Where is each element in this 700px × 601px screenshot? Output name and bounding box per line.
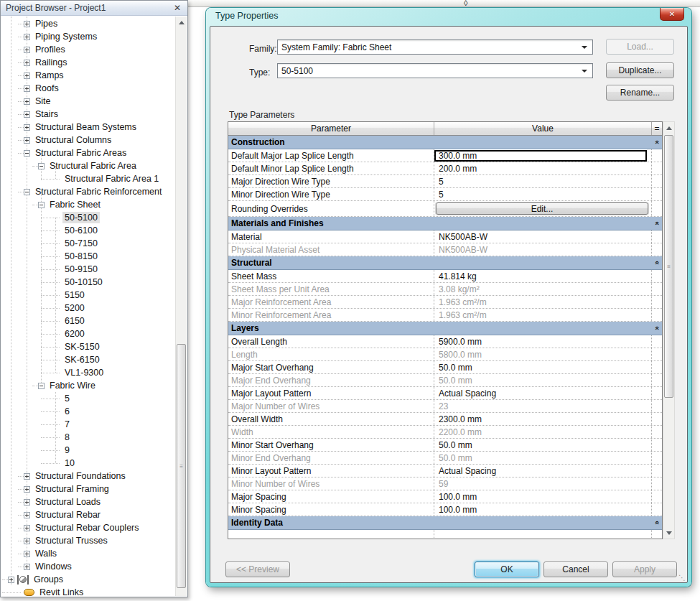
tree-item-structural-foundations[interactable]: Structural Foundations: [1, 470, 175, 483]
collapse-section-icon[interactable]: «: [653, 326, 661, 330]
scroll-up-icon[interactable]: [176, 17, 187, 28]
value-cell[interactable]: 50.0 mm: [434, 361, 652, 373]
parameter-column-header[interactable]: Parameter: [228, 122, 434, 135]
tree-scrollbar[interactable]: ≡: [175, 17, 187, 596]
section-header-layers[interactable]: Layers«: [228, 322, 662, 335]
tree-item-5150[interactable]: 5150: [1, 289, 175, 302]
duplicate-button[interactable]: Duplicate...: [606, 62, 674, 78]
value-cell[interactable]: 5900.0 mm: [434, 335, 652, 348]
tree-scrollbar-thumb[interactable]: ≡: [177, 344, 186, 588]
collapse-minus-icon[interactable]: [38, 202, 45, 208]
tree-item-groups[interactable]: Groups: [1, 573, 175, 586]
value-cell[interactable]: 41.814 kg: [434, 270, 652, 282]
tree-item-roofs[interactable]: Roofs: [1, 82, 175, 95]
tree-item-5200[interactable]: 5200: [1, 302, 175, 315]
tree-item-structural-loads[interactable]: Structural Loads: [1, 495, 175, 508]
type-select[interactable]: 50-5100: [277, 63, 593, 78]
collapse-section-icon[interactable]: «: [653, 521, 661, 525]
tree-item-9[interactable]: 9: [1, 444, 175, 457]
value-cell[interactable]: 100.0 mm: [434, 490, 652, 503]
value-cell[interactable]: Actual Spacing: [434, 387, 652, 399]
tree-item-fabric-wire[interactable]: Fabric Wire: [1, 379, 175, 392]
ok-button[interactable]: OK: [475, 562, 539, 577]
section-header-identity-data[interactable]: Identity Data«: [228, 516, 662, 530]
expand-plus-icon[interactable]: [24, 525, 30, 531]
tree-item-6150[interactable]: 6150: [1, 315, 175, 327]
expand-plus-icon[interactable]: [8, 577, 14, 583]
expand-plus-icon[interactable]: [24, 551, 30, 557]
tree-item-8[interactable]: 8: [1, 431, 175, 444]
tree-item-structural-columns[interactable]: Structural Columns: [1, 134, 175, 146]
expand-plus-icon[interactable]: [24, 564, 30, 570]
tree-item-profiles[interactable]: Profiles: [1, 43, 175, 56]
tree-item-50-5100[interactable]: 50-5100: [1, 211, 175, 224]
tree-item-ramps[interactable]: Ramps: [1, 69, 175, 82]
expand-plus-icon[interactable]: [24, 473, 30, 480]
tree-item-stairs[interactable]: Stairs: [1, 108, 175, 121]
project-browser-tree[interactable]: PipesPiping SystemsProfilesRailingsRamps…: [1, 17, 175, 597]
tree-item-walls[interactable]: Walls: [1, 547, 175, 560]
tree-item-50-7150[interactable]: 50-7150: [1, 237, 175, 250]
table-scrollbar[interactable]: ≡: [663, 121, 675, 539]
collapse-minus-icon[interactable]: [24, 150, 30, 157]
tree-item-structural-rebar[interactable]: Structural Rebar: [1, 508, 175, 521]
collapse-section-icon[interactable]: «: [653, 261, 661, 265]
tree-item-vl1-9300[interactable]: VL1-9300: [1, 366, 175, 379]
tree-item-structural-beam-systems[interactable]: Structural Beam Systems: [1, 121, 175, 134]
expand-plus-icon[interactable]: [24, 486, 30, 493]
tree-item-structural-fabric-area-1[interactable]: Structural Fabric Area 1: [1, 172, 175, 185]
tree-item-structural-framing[interactable]: Structural Framing: [1, 483, 175, 495]
tree-item-10[interactable]: 10: [1, 457, 175, 470]
value-cell[interactable]: Actual Spacing: [434, 465, 652, 477]
rename-button[interactable]: Rename...: [606, 85, 674, 101]
tree-item-structural-fabric-area[interactable]: Structural Fabric Area: [1, 159, 175, 172]
tree-item-50-10150[interactable]: 50-10150: [1, 276, 175, 289]
tree-item-5[interactable]: 5: [1, 392, 175, 405]
value-cell[interactable]: NK500AB-W: [434, 230, 652, 243]
expand-plus-icon[interactable]: [24, 98, 30, 105]
tree-item-revit-links[interactable]: Revit Links: [1, 586, 175, 597]
section-header-materials-and-finishes[interactable]: Materials and Finishes«: [228, 217, 662, 230]
formula-column-header[interactable]: =: [652, 122, 662, 135]
tree-item-50-9150[interactable]: 50-9150: [1, 263, 175, 276]
value-cell[interactable]: 100.0 mm: [434, 503, 652, 516]
expand-plus-icon[interactable]: [24, 34, 30, 40]
tree-item-sk-6150[interactable]: SK-6150: [1, 353, 175, 366]
family-select[interactable]: System Family: Fabric Sheet: [277, 39, 593, 55]
scroll-down-icon[interactable]: [663, 527, 674, 539]
tree-item-sk-5150[interactable]: SK-5150: [1, 340, 175, 353]
tree-item-structural-fabric-areas[interactable]: Structural Fabric Areas: [1, 146, 175, 159]
expand-plus-icon[interactable]: [24, 73, 30, 79]
collapse-section-icon[interactable]: «: [653, 221, 661, 225]
value-cell[interactable]: 5: [434, 188, 652, 200]
tree-item-structural-trusses[interactable]: Structural Trusses: [1, 534, 175, 547]
cancel-button[interactable]: Cancel: [543, 562, 608, 577]
tree-item-50-8150[interactable]: 50-8150: [1, 250, 175, 263]
tree-item-6[interactable]: 6: [1, 405, 175, 418]
expand-plus-icon[interactable]: [24, 137, 30, 144]
expand-plus-icon[interactable]: [24, 124, 30, 131]
dropdown-arrow-icon[interactable]: [582, 46, 587, 49]
expand-plus-icon[interactable]: [24, 21, 30, 27]
tree-item-pipes[interactable]: Pipes: [1, 17, 175, 30]
collapse-minus-icon[interactable]: [24, 189, 30, 195]
tree-item-50-6100[interactable]: 50-6100: [1, 224, 175, 237]
value-cell[interactable]: 200.0 mm: [434, 162, 652, 174]
load-button[interactable]: Load...: [606, 39, 674, 55]
collapse-section-icon[interactable]: «: [653, 140, 661, 144]
expand-plus-icon[interactable]: [24, 512, 30, 518]
expand-plus-icon[interactable]: [24, 60, 30, 66]
tree-item-piping-systems[interactable]: Piping Systems: [1, 30, 175, 43]
dropdown-arrow-icon[interactable]: [582, 70, 587, 73]
section-header-construction[interactable]: Construction«: [228, 136, 662, 149]
value-cell[interactable]: 2300.0 mm: [434, 413, 652, 425]
preview-button[interactable]: << Preview: [225, 562, 290, 577]
expand-plus-icon[interactable]: [24, 538, 30, 544]
resize-grip-icon[interactable]: ⋱: [678, 574, 686, 582]
value-cell[interactable]: 5: [434, 175, 652, 187]
value-cell[interactable]: 50.0 mm: [434, 439, 652, 451]
expand-plus-icon[interactable]: [24, 47, 30, 53]
tree-item-windows[interactable]: Windows: [1, 560, 175, 573]
tree-item-6200[interactable]: 6200: [1, 327, 175, 340]
edit-button[interactable]: Edit...: [436, 202, 648, 215]
